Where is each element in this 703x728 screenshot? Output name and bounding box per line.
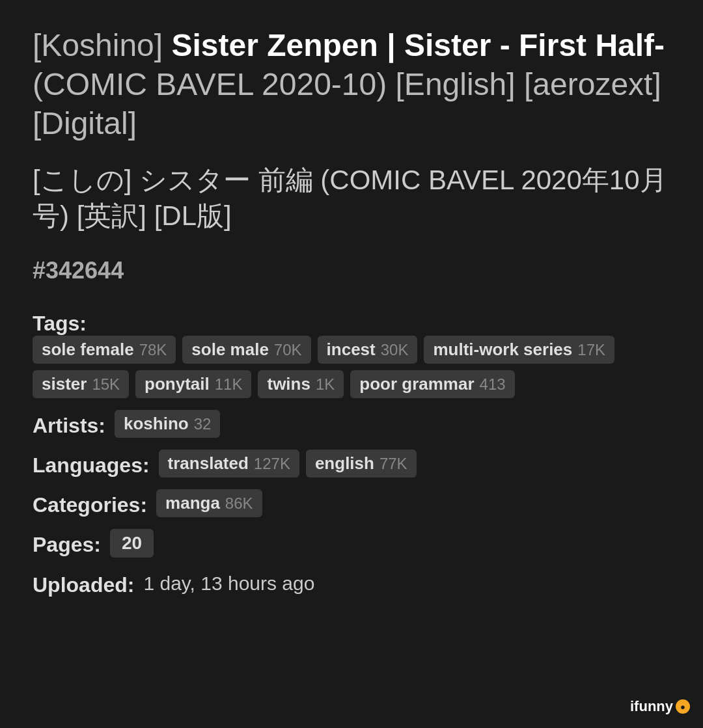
categories-label: Categories: (33, 489, 147, 517)
pages-row: Pages: 20 (33, 529, 670, 558)
languages-label: Languages: (33, 450, 150, 478)
tag-sole-male[interactable]: sole male 70K (182, 336, 310, 364)
title-english: [Koshino] Sister Zenpen | Sister - First… (33, 26, 670, 143)
tags-container: sole female 78K sole male 70K incest 30K… (33, 336, 670, 398)
artists-container: koshino 32 (115, 410, 220, 438)
artists-row: Artists: koshino 32 (33, 410, 670, 438)
title-japanese: [こしの] シスター 前編 (COMIC BAVEL 2020年10月号) [英… (33, 163, 670, 234)
tag-ponytail[interactable]: ponytail 11K (135, 370, 251, 398)
pages-label: Pages: (33, 529, 101, 557)
title-english-bold: Sister Zenpen | Sister - First Half- (171, 28, 665, 62)
uploaded-value: 1 day, 13 hours ago (143, 573, 314, 595)
artists-label: Artists: (33, 410, 105, 438)
uploaded-label: Uploaded: (33, 569, 134, 597)
categories-container: manga 86K (156, 489, 262, 517)
tag-sole-female[interactable]: sole female 78K (33, 336, 176, 364)
pages-badge: 20 (110, 529, 154, 558)
tag-sister[interactable]: sister 15K (33, 370, 129, 398)
uploaded-row: Uploaded: 1 day, 13 hours ago (33, 569, 670, 597)
tag-incest[interactable]: incest 30K (318, 336, 418, 364)
tag-english[interactable]: english 77K (306, 450, 417, 478)
languages-container: translated 127K english 77K (159, 450, 417, 478)
ifunny-watermark: ifunny● (630, 698, 690, 715)
tag-translated[interactable]: translated 127K (159, 450, 299, 478)
gallery-id: #342644 (33, 257, 670, 284)
tags-label: Tags: (33, 308, 87, 336)
categories-row: Categories: manga 86K (33, 489, 670, 517)
title-english-prefix: [Koshino] (33, 28, 171, 62)
ifunny-logo-text: ifunny (630, 698, 673, 715)
tag-multi-work-series[interactable]: multi-work series 17K (424, 336, 614, 364)
tag-twins[interactable]: twins 1K (258, 370, 344, 398)
title-english-suffix: (COMIC BAVEL 2020-10) [English] [aerozex… (33, 67, 661, 141)
pages-container: 20 (110, 529, 154, 558)
tags-row: Tags: sole female 78K sole male 70K ince… (33, 308, 670, 398)
tag-manga[interactable]: manga 86K (156, 489, 262, 517)
tag-koshino[interactable]: koshino 32 (115, 410, 220, 438)
ifunny-dot: ● (676, 699, 690, 714)
languages-row: Languages: translated 127K english 77K (33, 450, 670, 478)
pages-value: 20 (122, 533, 142, 554)
tag-poor-grammar[interactable]: poor grammar 413 (350, 370, 514, 398)
